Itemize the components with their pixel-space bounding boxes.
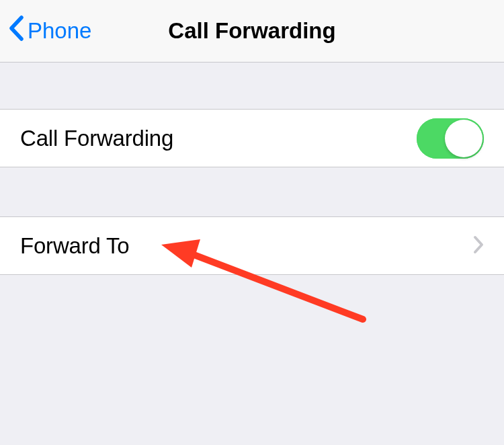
chevron-left-icon <box>8 15 24 46</box>
call-forwarding-toggle[interactable] <box>417 118 484 159</box>
forward-to-label: Forward To <box>20 233 129 259</box>
call-forwarding-cell: Call Forwarding <box>0 109 504 167</box>
page-title: Call Forwarding <box>168 18 335 44</box>
forward-to-cell[interactable]: Forward To <box>0 216 504 275</box>
section-spacer <box>0 167 504 216</box>
back-button[interactable]: Phone <box>0 15 91 46</box>
back-label: Phone <box>28 18 91 44</box>
toggle-knob <box>445 120 482 157</box>
call-forwarding-label: Call Forwarding <box>20 126 173 151</box>
section-spacer <box>0 63 504 109</box>
navbar: Phone Call Forwarding <box>0 0 504 63</box>
chevron-right-icon <box>473 235 484 257</box>
